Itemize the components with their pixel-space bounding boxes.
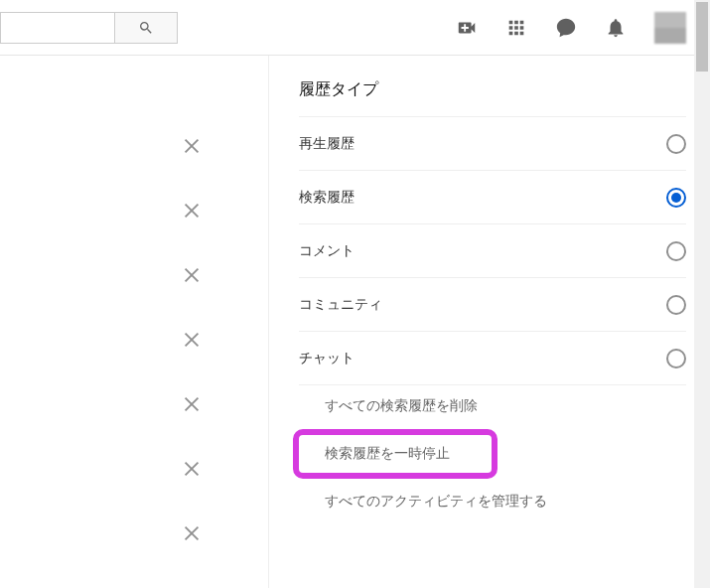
history-list-column [0, 56, 268, 588]
history-type-option[interactable]: チャット [299, 332, 686, 385]
remove-item-button[interactable] [179, 133, 205, 159]
option-label: チャット [299, 350, 355, 368]
search-button[interactable] [114, 12, 178, 44]
search-icon [138, 20, 154, 36]
close-icon [181, 522, 203, 544]
option-label: コメント [299, 242, 355, 260]
close-icon [181, 393, 203, 415]
app-header [0, 0, 710, 56]
close-icon [181, 264, 203, 286]
pause-history-link[interactable]: 検索履歴を一時停止 [325, 445, 492, 463]
header-actions [456, 12, 710, 44]
history-type-option[interactable]: コミュニティ [299, 278, 686, 332]
radio-icon [666, 188, 686, 208]
bell-icon[interactable] [605, 17, 627, 39]
remove-item-button[interactable] [179, 520, 205, 546]
clear-all-link[interactable]: すべての検索履歴を削除 [299, 385, 686, 427]
avatar[interactable] [654, 12, 686, 44]
manage-activity-link[interactable]: すべてのアクティビティを管理する [299, 481, 686, 522]
history-type-option[interactable]: 検索履歴 [299, 171, 686, 224]
close-icon [181, 135, 203, 157]
option-label: コミュニティ [299, 296, 382, 314]
remove-item-button[interactable] [179, 391, 205, 417]
search-container [0, 12, 178, 44]
radio-icon [666, 241, 686, 261]
search-input[interactable] [0, 12, 114, 44]
section-title: 履歴タイプ [299, 79, 686, 117]
history-type-option[interactable]: 再生履歴 [299, 117, 686, 171]
remove-item-button[interactable] [179, 198, 205, 223]
history-type-panel: 履歴タイプ 再生履歴検索履歴コメントコミュニティチャット すべての検索履歴を削除… [268, 56, 710, 588]
highlight-annotation: 検索履歴を一時停止 [293, 429, 497, 479]
history-type-option[interactable]: コメント [299, 224, 686, 278]
option-label: 検索履歴 [299, 189, 355, 207]
close-icon [181, 458, 203, 480]
chat-icon[interactable] [555, 17, 577, 39]
scrollbar[interactable] [694, 0, 710, 588]
apps-icon[interactable] [505, 17, 527, 39]
video-add-icon[interactable] [456, 17, 478, 39]
option-label: 再生履歴 [299, 135, 355, 153]
close-icon [181, 200, 203, 221]
remove-item-button[interactable] [179, 327, 205, 353]
radio-icon [666, 295, 686, 315]
remove-item-button[interactable] [179, 262, 205, 288]
scrollbar-thumb[interactable] [696, 2, 708, 72]
remove-item-button[interactable] [179, 456, 205, 482]
radio-icon [666, 134, 686, 154]
radio-icon [666, 349, 686, 368]
close-icon [181, 329, 203, 351]
